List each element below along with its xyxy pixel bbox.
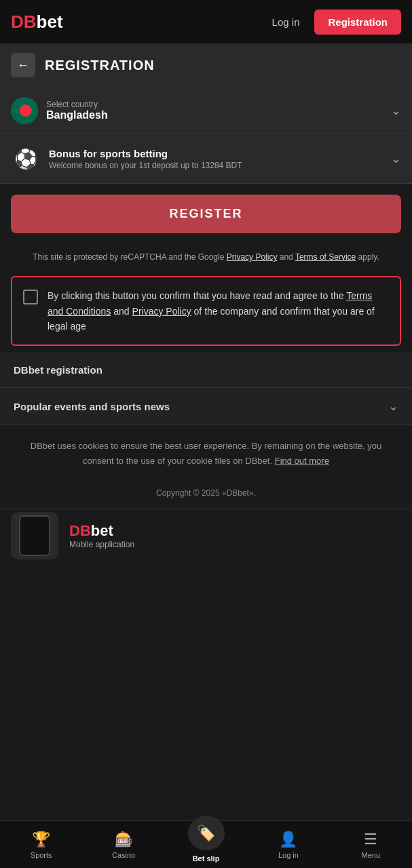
logo-bet: bet bbox=[37, 12, 63, 33]
app-brand: DBbet Mobile application bbox=[69, 522, 134, 549]
register-button[interactable]: REGISTER bbox=[11, 195, 401, 233]
popular-events-title: Popular events and sports news bbox=[14, 401, 170, 412]
betslip-icon: 🏷️ bbox=[197, 825, 215, 842]
registration-button[interactable]: Registration bbox=[314, 9, 401, 35]
bottom-nav: 🏆 Sports 🎰 Casino 🏷️ Bet slip 👤 Log in ☰… bbox=[0, 821, 412, 868]
phone-mockup bbox=[11, 512, 58, 559]
country-selector[interactable]: Select country Bangladesh ⌄ bbox=[0, 87, 412, 134]
dbbet-registration-title: DBbet registration bbox=[14, 364, 102, 376]
betslip-label: Bet slip bbox=[193, 854, 220, 863]
cookie-notice: DBbet uses cookies to ensure the best us… bbox=[0, 425, 412, 482]
bonus-info: Bonus for sports betting Welcome bonus o… bbox=[49, 148, 383, 170]
betslip-icon-wrap: 🏷️ bbox=[188, 816, 225, 850]
app-promo: DBbet Mobile application bbox=[0, 509, 412, 563]
login-nav-icon: 👤 bbox=[279, 831, 297, 848]
country-value: Bangladesh bbox=[46, 109, 383, 121]
popular-events-section[interactable]: Popular events and sports news ⌄ bbox=[0, 388, 412, 425]
bonus-description: Welcome bonus on your 1st deposit up to … bbox=[49, 161, 383, 170]
copyright: Copyright © 2025 «DBbet». bbox=[0, 483, 412, 509]
flag-icon bbox=[11, 97, 38, 124]
header-actions: Log in Registration bbox=[264, 9, 401, 35]
terms-before: By clicking this button you confirm that… bbox=[48, 290, 344, 301]
login-button[interactable]: Log in bbox=[264, 12, 308, 32]
privacy-policy-terms-link[interactable]: Privacy Policy bbox=[132, 306, 191, 317]
registration-bar: ← REGISTRATION bbox=[0, 43, 412, 87]
country-label: Select country bbox=[46, 100, 383, 109]
casino-label: Casino bbox=[112, 851, 135, 859]
nav-sports[interactable]: 🏆 Sports bbox=[0, 821, 82, 868]
register-button-wrap: REGISTER bbox=[0, 184, 412, 244]
menu-label: Menu bbox=[362, 851, 381, 859]
registration-title: REGISTRATION bbox=[45, 58, 155, 73]
terms-middle: and bbox=[113, 306, 129, 317]
privacy-policy-link[interactable]: Privacy Policy bbox=[227, 252, 278, 262]
back-button[interactable]: ← bbox=[11, 53, 35, 77]
menu-icon: ☰ bbox=[364, 831, 377, 848]
popular-events-chevron-icon: ⌄ bbox=[388, 399, 398, 414]
bonus-title: Bonus for sports betting bbox=[49, 148, 383, 159]
terms-text: By clicking this button you confirm that… bbox=[48, 288, 389, 334]
nav-casino[interactable]: 🎰 Casino bbox=[82, 821, 164, 868]
sports-label: Sports bbox=[31, 851, 52, 859]
nav-betslip[interactable]: 🏷️ Bet slip bbox=[165, 816, 247, 863]
header: DBbet Log in Registration bbox=[0, 0, 412, 43]
app-brand-logo: DBbet bbox=[69, 522, 134, 540]
sports-icon: 🏆 bbox=[32, 831, 50, 848]
recaptcha-notice: This site is protected by reCAPTCHA and … bbox=[0, 244, 412, 271]
recaptcha-apply: apply. bbox=[358, 252, 379, 262]
app-logo-bet: bet bbox=[91, 522, 113, 539]
terms-of-service-link[interactable]: Terms of Service bbox=[295, 252, 356, 262]
nav-login[interactable]: 👤 Log in bbox=[247, 821, 329, 868]
bonus-row[interactable]: ⚽ Bonus for sports betting Welcome bonus… bbox=[0, 134, 412, 184]
terms-section: By clicking this button you confirm that… bbox=[11, 276, 401, 346]
app-brand-subtitle: Mobile application bbox=[69, 540, 134, 549]
bonus-chevron-icon: ⌄ bbox=[391, 151, 401, 166]
recaptcha-text: This site is protected by reCAPTCHA and … bbox=[33, 252, 224, 262]
find-out-more-link[interactable]: Find out more bbox=[275, 456, 329, 466]
recaptcha-and: and bbox=[280, 252, 293, 262]
app-logo-db: DB bbox=[69, 522, 91, 539]
logo-db: DB bbox=[11, 12, 37, 33]
login-nav-label: Log in bbox=[278, 851, 299, 859]
casino-icon: 🎰 bbox=[115, 831, 133, 848]
terms-checkbox[interactable] bbox=[23, 290, 38, 304]
soccer-icon: ⚽ bbox=[11, 144, 41, 174]
nav-menu[interactable]: ☰ Menu bbox=[330, 821, 412, 868]
country-info: Select country Bangladesh bbox=[46, 100, 383, 121]
dbbet-registration-section[interactable]: DBbet registration bbox=[0, 353, 412, 388]
logo: DBbet bbox=[11, 12, 63, 33]
chevron-down-icon: ⌄ bbox=[391, 103, 401, 118]
